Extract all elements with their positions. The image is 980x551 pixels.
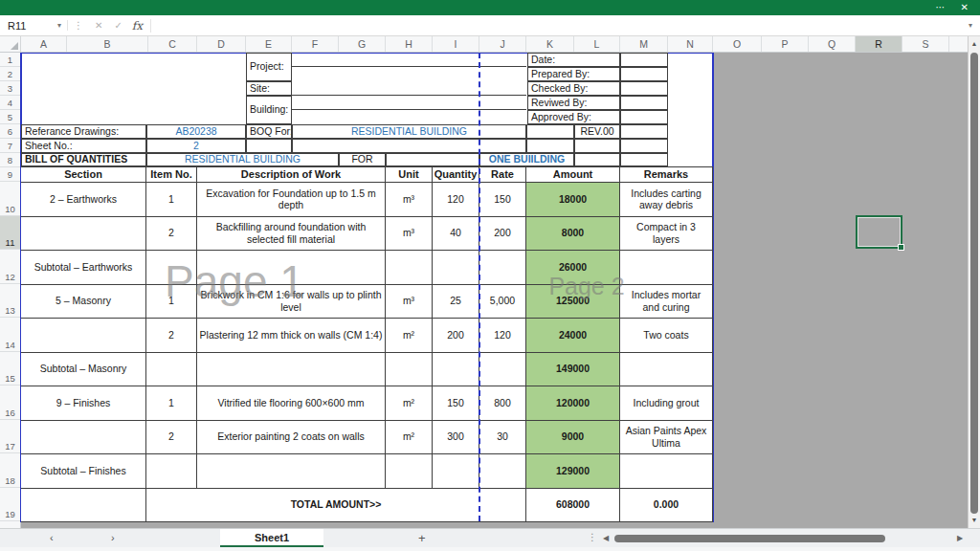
cell[interactable]: 1 <box>146 285 197 320</box>
cell[interactable]: Includes mortar and curing <box>620 285 713 320</box>
approved-by-label-cell[interactable]: Approved By: <box>527 110 620 124</box>
row-header[interactable]: 20 <box>0 521 20 528</box>
cell[interactable] <box>197 353 386 387</box>
cell[interactable]: 24000 <box>526 319 620 353</box>
cell[interactable]: 18000 <box>526 183 620 217</box>
cell[interactable] <box>146 454 197 489</box>
prepared-by-label-cell[interactable]: Prepared By: <box>527 67 620 81</box>
one-building-cell[interactable]: ONE BUIILDING <box>479 153 574 166</box>
cell[interactable]: 2 <box>146 217 197 252</box>
cell[interactable]: Exterior painting 2 coats on walls <box>197 421 386 455</box>
column-header-f[interactable]: F <box>292 36 339 52</box>
cell[interactable]: 8000 <box>526 217 620 252</box>
cell[interactable]: Brickwork in CM 1:6 for walls up to plin… <box>197 285 386 320</box>
column-header-j[interactable]: J <box>479 36 526 52</box>
reviewed-by-value-cell[interactable] <box>620 96 668 110</box>
name-box[interactable]: R11 <box>0 20 56 32</box>
insert-function-icon[interactable]: fx <box>128 19 151 33</box>
horizontal-scrollbar-thumb[interactable] <box>614 535 885 542</box>
column-header-p[interactable]: P <box>762 36 809 52</box>
vertical-scrollbar[interactable]: ▲ ▼ <box>968 36 980 528</box>
empty-cell[interactable] <box>386 153 479 166</box>
row-header[interactable]: 17 <box>0 420 20 454</box>
revision-cell[interactable]: REV.00 <box>574 124 620 139</box>
row-header[interactable]: 16 <box>0 386 20 420</box>
scroll-down-icon[interactable]: ▼ <box>969 517 980 523</box>
cell[interactable]: Asian Paints Apex Ultima <box>620 421 713 455</box>
cell[interactable]: 2 – Earthworks <box>21 183 146 217</box>
column-header-d[interactable]: D <box>197 36 246 52</box>
column-header-l[interactable]: L <box>574 36 620 52</box>
next-sheet-icon[interactable]: › <box>111 532 115 543</box>
boq-header-unit[interactable]: Unit <box>386 167 433 183</box>
name-box-chevron-icon[interactable]: ▾ <box>56 21 67 30</box>
cell[interactable] <box>620 454 713 489</box>
cell[interactable]: Includes carting away debris <box>620 183 713 217</box>
total-amount-label-cell[interactable]: TOTAL AMOUNT>> <box>146 489 526 523</box>
column-header-g[interactable]: G <box>339 36 386 52</box>
boq-header-quantity[interactable]: Quantity <box>433 167 479 183</box>
cell[interactable]: m² <box>386 421 433 455</box>
column-header-c[interactable]: C <box>148 36 197 52</box>
reviewed-by-label-cell[interactable]: Reviwed By: <box>527 96 620 110</box>
cell[interactable]: m³ <box>386 183 433 217</box>
row-header[interactable]: 8 <box>0 153 20 167</box>
empty-cell[interactable] <box>574 153 620 166</box>
cell[interactable] <box>197 454 386 489</box>
date-value-cell[interactable] <box>620 53 668 67</box>
boq-for-label-cell[interactable]: BOQ For: <box>246 124 292 139</box>
empty-cell[interactable] <box>526 139 574 153</box>
date-label-cell[interactable]: Date: <box>527 53 620 67</box>
sheet-tab-sheet1[interactable]: Sheet1 <box>220 529 323 547</box>
row-header[interactable]: 9 <box>0 167 20 182</box>
reference-drawings-label-cell[interactable]: Referance Drawings: <box>21 124 146 139</box>
cell[interactable] <box>386 251 433 285</box>
cell[interactable]: 40 <box>433 217 479 252</box>
boq-header-rate[interactable]: Rate <box>479 167 526 183</box>
cell[interactable]: Two coats <box>620 319 713 353</box>
prepared-by-value-cell[interactable] <box>620 67 668 81</box>
cell[interactable]: 25 <box>433 285 479 320</box>
row-header[interactable]: 12 <box>0 250 20 284</box>
site-value-line[interactable] <box>292 81 526 96</box>
cell[interactable]: 1 <box>146 386 197 421</box>
row-header[interactable]: 10 <box>0 182 20 216</box>
add-sheet-icon[interactable]: + <box>418 531 426 545</box>
scrollbar-drag-handle-icon[interactable]: ⋮ <box>588 532 597 542</box>
column-header-i[interactable]: I <box>433 36 479 52</box>
building-value-line[interactable] <box>292 96 526 110</box>
column-header-q[interactable]: Q <box>809 36 856 52</box>
close-icon[interactable]: ✕ <box>961 3 969 12</box>
cell[interactable] <box>21 489 146 523</box>
total-amount-value-cell[interactable]: 608000 <box>526 489 620 523</box>
cell[interactable]: m² <box>386 386 433 421</box>
sheet-no-value-cell[interactable]: 2 <box>146 139 246 153</box>
cell[interactable]: 150 <box>433 386 479 421</box>
row-header[interactable]: 3 <box>0 81 20 96</box>
cell[interactable] <box>386 454 433 489</box>
total-remarks-cell[interactable]: 0.000 <box>620 489 713 523</box>
row-header[interactable]: 15 <box>0 352 20 386</box>
scroll-left-icon[interactable]: ◀ <box>603 534 609 542</box>
cell[interactable]: 129000 <box>526 454 620 489</box>
cell[interactable] <box>620 251 713 285</box>
empty-cell[interactable] <box>526 124 574 139</box>
empty-cell[interactable] <box>620 124 668 139</box>
reference-drawings-value-cell[interactable]: AB20238 <box>146 124 246 139</box>
checked-by-label-cell[interactable]: Checked By: <box>527 81 620 96</box>
cell[interactable]: 300 <box>433 421 479 455</box>
for-label-cell[interactable]: FOR <box>339 153 386 166</box>
column-header-a[interactable]: A <box>21 36 67 52</box>
row-header[interactable]: 4 <box>0 96 20 110</box>
boq-header-description[interactable]: Description of Work <box>197 167 386 183</box>
cell[interactable]: 5,000 <box>479 285 526 320</box>
row-header[interactable]: 2 <box>0 67 20 81</box>
cell[interactable] <box>479 353 526 387</box>
more-options-icon[interactable]: ⋯ <box>936 3 946 12</box>
empty-cell[interactable] <box>292 139 526 153</box>
cell[interactable] <box>479 454 526 489</box>
empty-cell[interactable] <box>246 139 292 153</box>
row-header[interactable]: 7 <box>0 139 20 153</box>
cell[interactable]: 149000 <box>526 353 620 387</box>
cell[interactable]: 9000 <box>526 421 620 455</box>
